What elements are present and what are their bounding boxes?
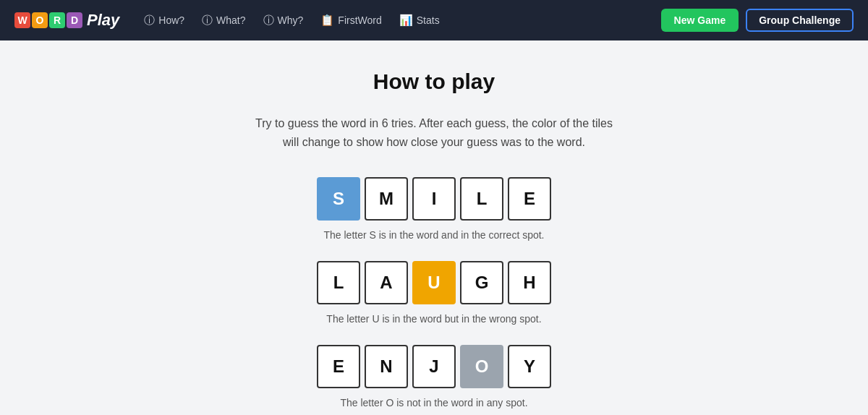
tile-2-2: J xyxy=(412,345,456,388)
tile-2-1: N xyxy=(365,345,408,388)
tile-caption-1: The letter U is in the word but in the w… xyxy=(195,313,673,325)
tile-1-3: G xyxy=(460,261,503,304)
nav-icon: ⓘ xyxy=(144,14,155,27)
tile-row-0: SMILE xyxy=(195,177,673,221)
tile-caption-0: The letter S is in the word and in the c… xyxy=(195,229,673,241)
tile-2-3: O xyxy=(460,345,503,388)
tile-0-4: E xyxy=(508,177,551,221)
tile-1-1: A xyxy=(365,261,408,304)
examples-container: SMILEThe letter S is in the word and in … xyxy=(195,177,673,408)
tile-1-0: L xyxy=(317,261,360,304)
nav-link-why?[interactable]: ⓘWhy? xyxy=(256,9,311,32)
tile-1-2: U xyxy=(412,261,456,304)
nav-links: ⓘHow?ⓘWhat?ⓘWhy?📋FirstWord📊Stats xyxy=(137,9,660,32)
logo-play-text: Play xyxy=(87,11,119,30)
logo-letters: WORD xyxy=(14,12,82,28)
nav-link-firstword[interactable]: 📋FirstWord xyxy=(313,9,388,31)
logo-letter-w: W xyxy=(14,12,30,28)
nav-icon: 📋 xyxy=(320,14,334,27)
nav-icon: 📊 xyxy=(399,14,413,27)
nav-icon: ⓘ xyxy=(263,14,274,27)
logo-letter-d: D xyxy=(67,12,82,28)
tile-row-1: LAUGH xyxy=(195,261,673,304)
logo-letter-o: O xyxy=(32,12,48,28)
tile-0-0: S xyxy=(317,177,360,221)
tile-section-1: LAUGHThe letter U is in the word but in … xyxy=(195,261,673,325)
instructions-text: Try to guess the word in 6 tries. After … xyxy=(246,114,622,151)
tile-0-1: M xyxy=(365,177,408,221)
logo: WORD Play xyxy=(14,11,119,30)
nav-buttons: New Game Group Challenge xyxy=(661,9,854,32)
nav-link-how?[interactable]: ⓘHow? xyxy=(137,9,192,32)
tile-caption-2: The letter O is not in the word in any s… xyxy=(195,397,673,408)
tile-2-4: Y xyxy=(508,345,551,388)
nav-icon: ⓘ xyxy=(202,14,213,27)
logo-letter-r: R xyxy=(49,12,65,28)
main-content: How to play Try to guess the word in 6 t… xyxy=(181,40,687,415)
page-title: How to play xyxy=(195,69,673,94)
tile-section-0: SMILEThe letter S is in the word and in … xyxy=(195,177,673,241)
tile-0-2: I xyxy=(412,177,456,221)
tile-row-2: ENJOY xyxy=(195,345,673,388)
tile-1-4: H xyxy=(508,261,551,304)
nav-link-stats[interactable]: 📊Stats xyxy=(392,9,447,31)
tile-section-2: ENJOYThe letter O is not in the word in … xyxy=(195,345,673,408)
group-challenge-button[interactable]: Group Challenge xyxy=(746,9,854,32)
nav-link-what?[interactable]: ⓘWhat? xyxy=(195,9,252,32)
tile-2-0: E xyxy=(317,345,360,388)
new-game-button[interactable]: New Game xyxy=(661,9,739,32)
tile-0-3: L xyxy=(460,177,503,221)
navbar: WORD Play ⓘHow?ⓘWhat?ⓘWhy?📋FirstWord📊Sta… xyxy=(0,0,868,40)
